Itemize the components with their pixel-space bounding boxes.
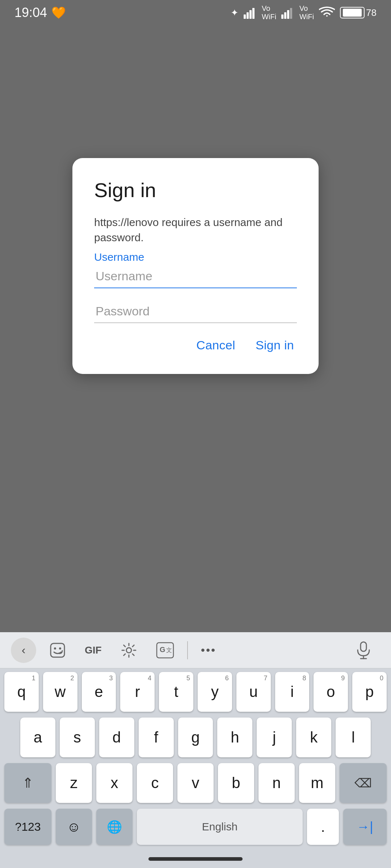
more-icon: •••	[201, 643, 216, 657]
keyboard-bottom-row: ?123 ☺ 🌐 English . →|	[0, 809, 391, 850]
signin-dialog: Sign in https://lenovo requires a userna…	[72, 158, 319, 374]
key-g[interactable]: g	[178, 718, 213, 757]
enter-icon: →|	[357, 819, 373, 834]
key-w[interactable]: 2 w	[43, 672, 77, 712]
vo-wifi-label-2: VoWiFi	[299, 4, 314, 21]
signal-icon-2	[281, 7, 294, 19]
svg-rect-1	[247, 12, 249, 19]
username-label: Username	[94, 251, 297, 263]
vo-wifi-label-1: VoWiFi	[262, 4, 276, 21]
backspace-icon: ⌫	[354, 776, 372, 790]
key-p[interactable]: 0 p	[352, 672, 387, 712]
key-v[interactable]: v	[177, 763, 214, 803]
dialog-description: https://lenovo requires a username and p…	[94, 215, 297, 245]
wifi-icon	[319, 7, 335, 19]
key-a[interactable]: a	[20, 718, 55, 757]
key-u[interactable]: 7 u	[236, 672, 271, 712]
key-shift[interactable]: ⇑	[4, 763, 51, 803]
svg-rect-15	[361, 642, 366, 651]
key-k[interactable]: k	[296, 718, 331, 757]
signal-icon	[244, 7, 257, 19]
key-period[interactable]: .	[307, 809, 339, 845]
num-sym-label: ?123	[15, 820, 41, 834]
shift-icon: ⇑	[22, 775, 34, 791]
password-input[interactable]	[94, 300, 297, 323]
key-b[interactable]: b	[218, 763, 254, 803]
period-label: .	[321, 819, 325, 835]
keyboard-translate-button[interactable]: G 文	[147, 637, 184, 664]
keyboard-row-2: a s d f g h j k l	[4, 718, 387, 757]
status-time: 19:04	[14, 5, 47, 20]
key-x[interactable]: x	[96, 763, 133, 803]
svg-point-9	[54, 647, 56, 650]
keyboard-mic-button[interactable]	[347, 636, 380, 664]
svg-text:文: 文	[166, 647, 172, 653]
battery-fill	[343, 9, 362, 17]
username-field-container	[94, 265, 297, 288]
key-c[interactable]: c	[137, 763, 173, 803]
key-t[interactable]: 5 t	[159, 672, 193, 712]
home-bar	[148, 857, 243, 861]
cancel-button[interactable]: Cancel	[193, 335, 238, 356]
heart-icon: 🧡	[51, 6, 66, 20]
svg-rect-7	[290, 8, 292, 19]
key-s[interactable]: s	[60, 718, 95, 757]
keyboard-sticker-button[interactable]	[40, 637, 75, 664]
globe-icon: 🌐	[107, 820, 122, 834]
keyboard-settings-button[interactable]	[111, 637, 147, 664]
key-space[interactable]: English	[137, 809, 303, 845]
bluetooth-icon: ✦	[231, 7, 239, 18]
signin-button[interactable]: Sign in	[253, 335, 297, 356]
svg-rect-5	[284, 12, 286, 19]
home-indicator	[0, 850, 391, 868]
key-i[interactable]: 8 i	[275, 672, 310, 712]
key-o[interactable]: 9 o	[314, 672, 348, 712]
key-q[interactable]: 1 q	[4, 672, 39, 712]
toolbar-divider	[187, 641, 188, 659]
key-num-sym[interactable]: ?123	[4, 809, 51, 845]
svg-rect-2	[249, 10, 252, 19]
status-left: 19:04 🧡	[14, 5, 66, 20]
key-enter[interactable]: →|	[343, 809, 387, 845]
battery-indicator: 78	[340, 7, 377, 18]
key-l[interactable]: l	[336, 718, 371, 757]
keyboard-row-1: 1 q 2 w 3 e 4 r 5 t 6 y	[4, 672, 387, 712]
translate-icon: G 文	[156, 642, 174, 659]
key-y[interactable]: 6 y	[198, 672, 232, 712]
gif-label: GIF	[85, 644, 102, 656]
key-m[interactable]: m	[299, 763, 335, 803]
keyboard-gif-button[interactable]: GIF	[75, 639, 111, 661]
keyboard-back-button[interactable]: ‹	[11, 638, 36, 663]
svg-point-11	[126, 648, 131, 653]
key-z[interactable]: z	[56, 763, 92, 803]
key-h[interactable]: h	[217, 718, 252, 757]
key-globe[interactable]: 🌐	[96, 809, 133, 845]
battery-level: 78	[366, 7, 377, 18]
key-backspace[interactable]: ⌫	[340, 763, 387, 803]
emoji-icon: ☺	[67, 819, 81, 835]
key-n[interactable]: n	[258, 763, 295, 803]
space-label: English	[202, 821, 237, 833]
mic-icon	[356, 641, 371, 659]
password-field-container	[94, 300, 297, 323]
keyboard-keys: 1 q 2 w 3 e 4 r 5 t 6 y	[0, 668, 391, 803]
key-j[interactable]: j	[257, 718, 292, 757]
key-r[interactable]: 4 r	[120, 672, 155, 712]
status-bar: 19:04 🧡 ✦ VoWiFi VoWiFi	[0, 0, 391, 25]
key-emoji[interactable]: ☺	[56, 809, 92, 845]
key-e[interactable]: 3 e	[82, 672, 116, 712]
keyboard-row-3: ⇑ z x c v b n m ⌫	[4, 763, 387, 803]
svg-rect-4	[281, 14, 283, 19]
key-f[interactable]: f	[139, 718, 174, 757]
key-d[interactable]: d	[99, 718, 134, 757]
status-right: ✦ VoWiFi VoWiFi 78	[231, 4, 377, 21]
svg-point-10	[59, 647, 61, 650]
dialog-actions: Cancel Sign in	[94, 335, 297, 356]
svg-rect-0	[244, 14, 246, 19]
keyboard-more-button[interactable]: •••	[192, 638, 226, 662]
svg-text:G: G	[160, 646, 165, 654]
dialog-backdrop: Sign in https://lenovo requires a userna…	[0, 0, 391, 532]
keyboard-toolbar: ‹ GIF G 文	[0, 632, 391, 668]
svg-rect-6	[287, 10, 289, 19]
username-input[interactable]	[94, 265, 297, 288]
